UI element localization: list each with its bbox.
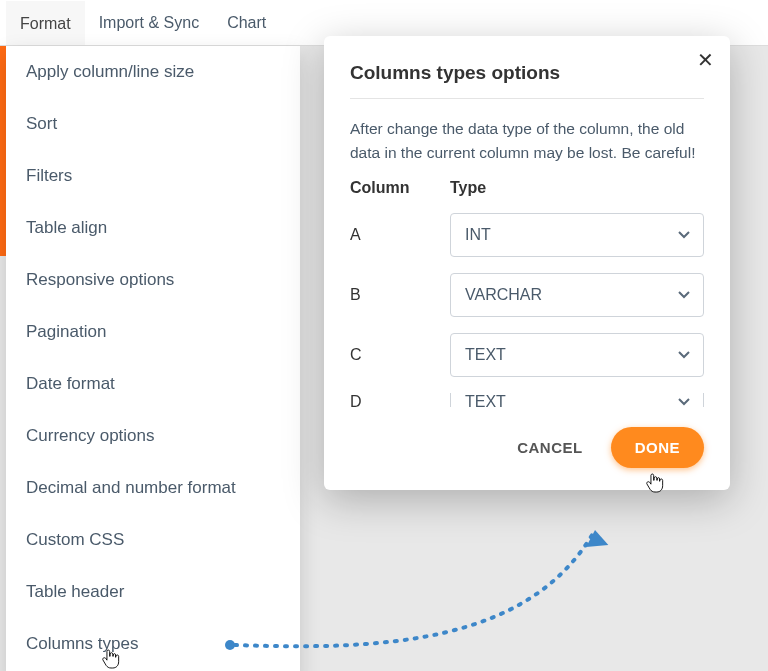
menu-date-format[interactable]: Date format [6, 358, 300, 410]
menu-table-header[interactable]: Table header [6, 566, 300, 618]
menu-decimal-number-format[interactable]: Decimal and number format [6, 462, 300, 514]
done-button[interactable]: DONE [611, 427, 704, 468]
col-letter-d: D [350, 393, 450, 407]
menu-columns-types[interactable]: Columns types [6, 618, 300, 670]
chevron-down-icon [677, 228, 691, 242]
select-value: VARCHAR [465, 286, 542, 304]
tab-chart[interactable]: Chart [213, 2, 280, 44]
select-value: INT [465, 226, 491, 244]
type-row: B VARCHAR [350, 273, 704, 317]
col-letter-a: A [350, 226, 450, 244]
columns-types-modal: ✕ Columns types options After change the… [324, 36, 730, 490]
select-value: TEXT [465, 346, 506, 364]
tab-format[interactable]: Format [6, 1, 85, 45]
type-row: C TEXT [350, 333, 704, 377]
type-row: D TEXT [350, 393, 704, 407]
col-letter-c: C [350, 346, 450, 364]
chevron-down-icon [677, 288, 691, 302]
chevron-down-icon [677, 348, 691, 362]
modal-body: Column Type A INT B VARCHAR [350, 179, 704, 407]
modal-title: Columns types options [350, 62, 704, 99]
chevron-down-icon [677, 395, 691, 407]
type-select-d[interactable]: TEXT [450, 393, 704, 407]
type-select-a[interactable]: INT [450, 213, 704, 257]
menu-apply-column-line-size[interactable]: Apply column/line size [6, 46, 300, 98]
menu-custom-css[interactable]: Custom CSS [6, 514, 300, 566]
modal-footer: CANCEL DONE [350, 427, 704, 468]
head-type: Type [450, 179, 704, 197]
type-select-c[interactable]: TEXT [450, 333, 704, 377]
close-icon[interactable]: ✕ [697, 50, 714, 70]
table-head-row: Column Type [350, 179, 704, 197]
col-letter-b: B [350, 286, 450, 304]
type-row: A INT [350, 213, 704, 257]
menu-filters[interactable]: Filters [6, 150, 300, 202]
format-dropdown: Apply column/line size Sort Filters Tabl… [6, 46, 300, 671]
modal-warning-text: After change the data type of the column… [350, 117, 704, 165]
select-value: TEXT [465, 393, 506, 407]
menu-sort[interactable]: Sort [6, 98, 300, 150]
tab-import-sync[interactable]: Import & Sync [85, 2, 213, 44]
cancel-button[interactable]: CANCEL [509, 429, 591, 466]
head-column: Column [350, 179, 450, 197]
menu-responsive-options[interactable]: Responsive options [6, 254, 300, 306]
type-select-b[interactable]: VARCHAR [450, 273, 704, 317]
menu-table-align[interactable]: Table align [6, 202, 300, 254]
menu-pagination[interactable]: Pagination [6, 306, 300, 358]
menu-currency-options[interactable]: Currency options [6, 410, 300, 462]
